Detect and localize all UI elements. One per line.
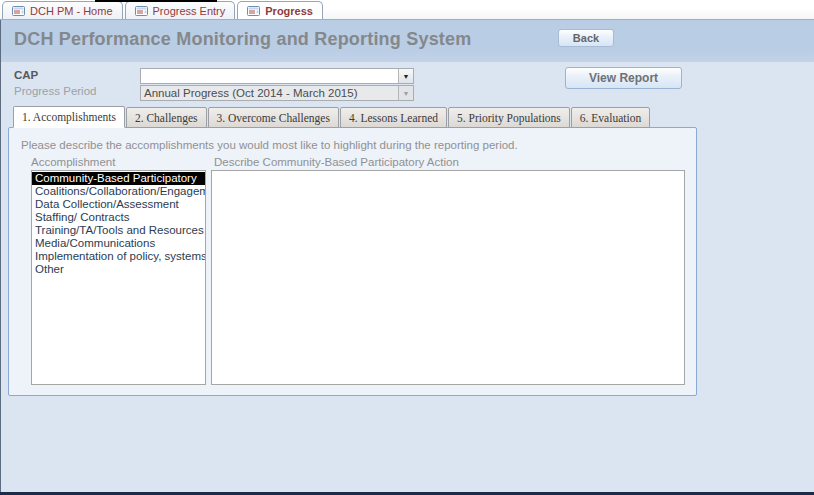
list-item[interactable]: Implementation of policy, systems bbox=[32, 250, 205, 263]
doc-tab-dch-pm-home[interactable]: DCH PM - Home bbox=[2, 1, 123, 19]
describe-field-label: Describe Community-Based Participatory A… bbox=[214, 156, 459, 168]
progress-period-value: Annual Progress (Oct 2014 - March 2015) bbox=[141, 86, 398, 100]
document-tabbar: DCH PM - HomeProgress EntryProgress bbox=[0, 0, 814, 20]
tab-4-lessons-learned[interactable]: 4. Lessons Learned bbox=[340, 107, 447, 128]
instruction-text: Please describe the accomplishments you … bbox=[21, 139, 518, 151]
list-item[interactable]: Training/TA/Tools and Resources bbox=[32, 224, 205, 237]
form-tabstrip: 1. Accomplishments2. Challenges3. Overco… bbox=[13, 106, 651, 128]
cap-combobox[interactable]: ▼ bbox=[140, 68, 414, 84]
cap-label: CAP bbox=[14, 69, 38, 81]
window-left-edge bbox=[0, 20, 1, 495]
doc-tab-progress-entry[interactable]: Progress Entry bbox=[125, 1, 236, 19]
form-icon bbox=[135, 6, 148, 16]
top-edge-line bbox=[95, 0, 217, 2]
tab-5-priority-populations[interactable]: 5. Priority Populations bbox=[448, 107, 570, 128]
list-item[interactable]: Staffing/ Contracts bbox=[32, 211, 205, 224]
tab-1-accomplishments[interactable]: 1. Accomplishments bbox=[13, 106, 125, 128]
list-item[interactable]: Community-Based Participatory bbox=[32, 172, 205, 185]
accomplishments-tab-page: Please describe the accomplishments you … bbox=[8, 127, 697, 396]
list-item[interactable]: Coalitions/Collaboration/Engagement bbox=[32, 185, 205, 198]
dropdown-arrow-icon-disabled: ▼ bbox=[398, 86, 413, 100]
tab-6-evaluation[interactable]: 6. Evaluation bbox=[571, 107, 650, 128]
progress-period-combobox: Annual Progress (Oct 2014 - March 2015) … bbox=[140, 85, 414, 101]
doc-tab-label: Progress Entry bbox=[153, 5, 226, 17]
accomplishment-list-label: Accomplishment bbox=[31, 156, 115, 168]
list-item[interactable]: Other bbox=[32, 263, 205, 276]
describe-textarea[interactable] bbox=[211, 170, 685, 385]
doc-tab-label: DCH PM - Home bbox=[30, 5, 113, 17]
header: DCH Performance Monitoring and Reporting… bbox=[0, 20, 814, 62]
form-icon bbox=[12, 6, 25, 16]
tab-2-challenges[interactable]: 2. Challenges bbox=[126, 107, 207, 128]
access-window: DCH PM - HomeProgress EntryProgress DCH … bbox=[0, 0, 814, 495]
page-title: DCH Performance Monitoring and Reporting… bbox=[14, 29, 471, 50]
tab-3-overcome-challenges[interactable]: 3. Overcome Challenges bbox=[208, 107, 339, 128]
form-icon bbox=[247, 6, 260, 16]
list-item[interactable]: Media/Communications bbox=[32, 237, 205, 250]
progress-period-label: Progress Period bbox=[14, 85, 96, 97]
doc-tab-progress[interactable]: Progress bbox=[237, 1, 323, 19]
dropdown-arrow-icon[interactable]: ▼ bbox=[398, 69, 413, 83]
cap-combobox-value bbox=[141, 69, 398, 83]
doc-tab-label: Progress bbox=[265, 5, 313, 17]
accomplishment-listbox[interactable]: Community-Based ParticipatoryCoalitions/… bbox=[31, 170, 206, 385]
list-item[interactable]: Data Collection/Assessment bbox=[32, 198, 205, 211]
view-report-button[interactable]: View Report bbox=[565, 67, 682, 89]
back-button[interactable]: Back bbox=[558, 29, 614, 47]
